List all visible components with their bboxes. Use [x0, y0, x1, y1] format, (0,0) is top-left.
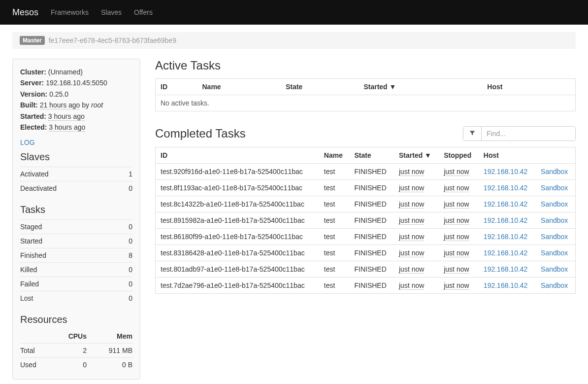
- host-link[interactable]: 192.168.10.42: [484, 281, 528, 289]
- cell-sandbox: Sandbox: [536, 229, 575, 245]
- master-badge: Master: [20, 36, 45, 45]
- master-id: fe17eee7-e678-4ec5-8763-b673fae69be9: [49, 36, 176, 44]
- cell-id: test.83186428-a1e0-11e8-b17a-525400c11ba…: [156, 245, 319, 261]
- log-link[interactable]: LOG: [20, 139, 132, 146]
- host-link[interactable]: 192.168.10.42: [484, 265, 528, 273]
- cell-stopped: just now: [439, 278, 479, 294]
- cell-stopped: just now: [439, 212, 479, 229]
- cell-state: FINISHED: [349, 229, 394, 245]
- table-row: test.86180f99-a1e0-11e8-b17a-525400c11ba…: [156, 229, 576, 245]
- cell-name: test: [319, 212, 350, 229]
- cell-started: just now: [394, 261, 439, 278]
- stat-label: Activated: [20, 167, 122, 181]
- stat-value: 1: [122, 167, 132, 181]
- col-started[interactable]: Started ▼: [359, 79, 482, 95]
- cell-started: just now: [394, 196, 439, 212]
- stat-value: 0: [118, 263, 132, 277]
- col-state[interactable]: State: [349, 147, 394, 164]
- sandbox-link[interactable]: Sandbox: [541, 233, 568, 241]
- cell-state: FINISHED: [349, 196, 394, 212]
- res-label: Used: [20, 358, 51, 372]
- res-mem: 0 B: [87, 358, 132, 372]
- filter-icon: [469, 130, 475, 138]
- host-link[interactable]: 192.168.10.42: [484, 249, 528, 257]
- cell-name: test: [319, 196, 350, 212]
- table-row: test.8915982a-a1e0-11e8-b17a-525400c11ba…: [156, 212, 576, 229]
- sandbox-link[interactable]: Sandbox: [541, 200, 568, 208]
- cell-id: test.8915982a-a1e0-11e8-b17a-525400c11ba…: [156, 212, 319, 229]
- table-row: test.8c14322b-a1e0-11e8-b17a-525400c11ba…: [156, 196, 576, 212]
- nav-brand[interactable]: Mesos: [12, 7, 38, 18]
- slaves-heading: Slaves: [20, 151, 132, 163]
- sandbox-link[interactable]: Sandbox: [541, 265, 568, 273]
- col-id[interactable]: ID: [156, 79, 197, 95]
- active-tasks-heading: Active Tasks: [155, 59, 576, 72]
- col-sandbox: [536, 147, 575, 164]
- cell-state: FINISHED: [349, 212, 394, 229]
- host-link[interactable]: 192.168.10.42: [484, 233, 528, 241]
- cell-state: FINISHED: [349, 180, 394, 196]
- col-host[interactable]: Host: [479, 147, 536, 164]
- sandbox-link[interactable]: Sandbox: [541, 216, 568, 224]
- res-mem: 911 MB: [87, 344, 132, 358]
- cell-sandbox: Sandbox: [536, 164, 575, 180]
- cell-host: 192.168.10.42: [479, 245, 536, 261]
- host-link[interactable]: 192.168.10.42: [484, 200, 528, 208]
- col-stopped[interactable]: Stopped: [439, 147, 479, 164]
- nav-link-slaves[interactable]: Slaves: [101, 8, 122, 16]
- sandbox-link[interactable]: Sandbox: [541, 168, 568, 175]
- sidebar: Cluster: (Unnamed) Server: 192.168.10.45…: [12, 59, 140, 380]
- cell-stopped: just now: [439, 180, 479, 196]
- host-link[interactable]: 192.168.10.42: [484, 216, 528, 224]
- cell-sandbox: Sandbox: [536, 245, 575, 261]
- cell-sandbox: Sandbox: [536, 278, 575, 294]
- cell-started: just now: [394, 245, 439, 261]
- res-label: Total: [20, 344, 51, 358]
- stat-label: Lost: [20, 291, 118, 306]
- completed-tasks-heading: Completed Tasks: [155, 127, 246, 140]
- col-name[interactable]: Name: [319, 147, 350, 164]
- sandbox-link[interactable]: Sandbox: [541, 184, 568, 192]
- cell-id: test.8c14322b-a1e0-11e8-b17a-525400c11ba…: [156, 196, 319, 212]
- cell-host: 192.168.10.42: [479, 278, 536, 294]
- col-actions: [556, 79, 576, 95]
- col-id[interactable]: ID: [156, 147, 319, 164]
- col-state[interactable]: State: [281, 79, 359, 95]
- cell-id: test.920f916d-a1e0-11e8-b17a-525400c11ba…: [156, 164, 319, 180]
- cell-id: test.801adb97-a1e0-11e8-b17a-525400c11ba…: [156, 261, 319, 278]
- res-header-mem: Mem: [87, 329, 132, 344]
- cell-name: test: [319, 245, 350, 261]
- filter-button[interactable]: [463, 127, 482, 140]
- host-link[interactable]: 192.168.10.42: [484, 168, 528, 175]
- host-link[interactable]: 192.168.10.42: [484, 184, 528, 192]
- col-name[interactable]: Name: [197, 79, 281, 95]
- stat-label: Staged: [20, 220, 118, 234]
- navbar: Mesos Frameworks Slaves Offers: [0, 0, 588, 25]
- cell-started: just now: [394, 278, 439, 294]
- cell-stopped: just now: [439, 164, 479, 180]
- cell-stopped: just now: [439, 261, 479, 278]
- table-row: test.920f916d-a1e0-11e8-b17a-525400c11ba…: [156, 164, 576, 180]
- find-input[interactable]: [482, 127, 575, 140]
- main-content: Active Tasks ID Name State Started ▼ Hos…: [155, 59, 576, 380]
- cell-name: test: [319, 164, 350, 180]
- sandbox-link[interactable]: Sandbox: [541, 249, 568, 257]
- cell-started: just now: [394, 229, 439, 245]
- cell-state: FINISHED: [349, 278, 394, 294]
- res-cpus: 2: [51, 344, 87, 358]
- nav-link-offers[interactable]: Offers: [134, 8, 153, 16]
- cell-state: FINISHED: [349, 261, 394, 278]
- cell-name: test: [319, 229, 350, 245]
- cell-host: 192.168.10.42: [479, 229, 536, 245]
- col-started[interactable]: Started ▼: [394, 147, 439, 164]
- tasks-heading: Tasks: [20, 204, 132, 215]
- active-tasks-table: ID Name State Started ▼ Host No active t…: [155, 78, 576, 111]
- stat-value: 0: [118, 234, 132, 248]
- slaves-table: Activated1Deactivated0: [20, 167, 132, 195]
- stat-label: Started: [20, 234, 118, 248]
- sandbox-link[interactable]: Sandbox: [541, 281, 568, 289]
- nav-link-frameworks[interactable]: Frameworks: [51, 8, 89, 16]
- resources-table: CPUs Mem Total2911 MBUsed00 B: [20, 329, 132, 372]
- col-host[interactable]: Host: [482, 79, 555, 95]
- stat-value: 0: [122, 181, 132, 196]
